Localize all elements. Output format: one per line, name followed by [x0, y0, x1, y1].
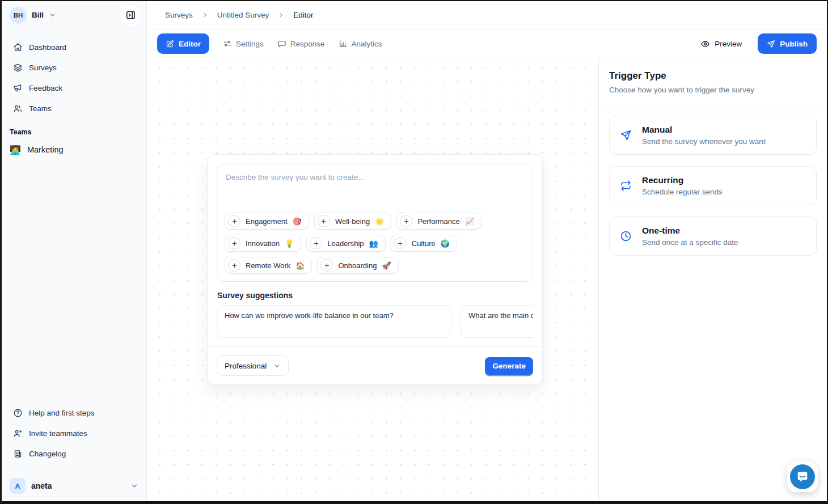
chat-launcher-button[interactable] — [790, 464, 815, 489]
option-title: Manual — [642, 125, 766, 135]
tone-select[interactable]: Professional — [217, 355, 289, 376]
sidebar-item-label: Feedback — [29, 84, 62, 92]
main-area: Surveys Untitled Survey Editor Editor — [147, 1, 827, 501]
plus-circle-icon[interactable] — [318, 215, 330, 227]
composer-footer: Professional Generate — [208, 346, 542, 384]
spacer — [2, 160, 146, 397]
chip-engagement[interactable]: Engagement 🎯 — [225, 213, 309, 230]
toolbar-actions: Preview Publish — [697, 33, 817, 54]
option-description: Send once at a specific date — [642, 238, 738, 247]
editor-toolbar: Editor Settings Response Analytics — [147, 29, 827, 58]
sidebar-item-teams[interactable]: Teams — [7, 99, 141, 118]
sliders-icon — [223, 39, 232, 48]
option-text: Recurring Schedule regular sends — [642, 175, 723, 196]
chat-bubble-smile-icon — [796, 470, 809, 484]
chip-label: Culture — [412, 239, 436, 248]
sidebar-item-label: Help and first steps — [29, 409, 95, 417]
chip-leadership[interactable]: Leadership 👥 — [306, 235, 386, 252]
tab-editor[interactable]: Editor — [157, 33, 209, 54]
breadcrumb: Surveys Untitled Survey Editor — [147, 1, 827, 29]
tab-label: Editor — [179, 40, 201, 48]
breadcrumb-untitled-survey[interactable]: Untitled Survey — [217, 11, 269, 19]
topic-chips: Engagement 🎯 Well-being 🌟 Performance — [225, 213, 525, 274]
chat-launcher-container — [787, 461, 818, 492]
chip-emoji: 🚀 — [382, 261, 391, 270]
editor-canvas[interactable]: Engagement 🎯 Well-being 🌟 Performance — [147, 58, 599, 501]
plus-circle-icon[interactable] — [320, 259, 333, 272]
plus-circle-icon[interactable] — [400, 215, 412, 227]
preview-button[interactable]: Preview — [697, 39, 745, 49]
suggestion-card[interactable]: How can we improve work-life balance in … — [217, 305, 451, 338]
publish-button[interactable]: Publish — [758, 33, 817, 54]
chip-onboarding[interactable]: Onboarding 🚀 — [317, 257, 398, 274]
suggestions-row: How can we improve work-life balance in … — [217, 305, 533, 338]
sidebar-item-team-marketing[interactable]: 🧑‍💻 Marketing — [2, 139, 146, 160]
team-label: Marketing — [27, 145, 64, 154]
sidebar-item-help[interactable]: Help and first steps — [7, 403, 141, 422]
sidebar-item-changelog[interactable]: Changelog — [7, 444, 141, 463]
plus-circle-icon[interactable] — [228, 259, 240, 272]
content: Engagement 🎯 Well-being 🌟 Performance — [147, 58, 827, 501]
sidebar-item-label: Changelog — [29, 450, 66, 458]
chevron-right-icon — [201, 11, 209, 19]
tone-selected-value: Professional — [225, 362, 267, 370]
chip-label: Leadership — [327, 239, 364, 248]
option-description: Schedule regular sends — [642, 188, 723, 196]
suggestions-title: Survey suggestions — [217, 291, 533, 300]
users-icon — [13, 104, 23, 113]
plus-circle-icon[interactable] — [228, 215, 240, 227]
chip-label: Onboarding — [338, 261, 377, 270]
layers-icon — [13, 63, 23, 73]
chip-label: Remote Work — [246, 261, 290, 270]
repeat-icon — [620, 180, 632, 192]
sidebar-item-dashboard[interactable]: Dashboard — [7, 37, 141, 57]
chip-remote-work[interactable]: Remote Work 🏠 — [225, 257, 312, 274]
generate-button[interactable]: Generate — [485, 357, 533, 375]
tab-analytics[interactable]: Analytics — [339, 39, 382, 48]
preview-label: Preview — [715, 40, 742, 48]
tab-response[interactable]: Response — [277, 39, 325, 48]
chip-emoji: 🏠 — [295, 261, 305, 270]
chip-innovation[interactable]: Innovation 💡 — [225, 235, 301, 252]
sidebar-item-surveys[interactable]: Surveys — [7, 58, 141, 77]
chip-well-being[interactable]: Well-being 🌟 — [314, 213, 391, 230]
sidebar-nav: Dashboard Surveys Feedback Teams — [2, 29, 146, 120]
bar-chart-icon — [339, 39, 348, 48]
chip-emoji: 📈 — [465, 217, 474, 226]
sidebar-item-feedback[interactable]: Feedback — [7, 78, 141, 98]
trigger-option-one-time[interactable]: One-time Send once at a specific date — [609, 217, 817, 256]
breadcrumb-surveys[interactable]: Surveys — [165, 11, 193, 19]
paper-plane-icon — [620, 129, 632, 141]
panel-toggle-icon — [125, 10, 136, 20]
prompt-box: Engagement 🎯 Well-being 🌟 Performance — [217, 164, 533, 282]
sidebar: BH Bill Dashboard — [2, 1, 147, 501]
chevron-down-icon — [273, 362, 281, 370]
sidebar-item-invite[interactable]: Invite teammates — [7, 423, 141, 443]
trigger-type-panel: Trigger Type Choose how you want to trig… — [599, 58, 827, 501]
sidebar-footer: Help and first steps Invite teammates Ch… — [2, 397, 146, 465]
workspace-switcher[interactable]: BH Bill — [2, 1, 146, 29]
breadcrumb-editor: Editor — [293, 11, 313, 19]
tab-settings[interactable]: Settings — [223, 39, 264, 48]
chevron-down-icon — [130, 482, 138, 490]
option-text: One-time Send once at a specific date — [642, 226, 738, 247]
plus-circle-icon[interactable] — [228, 237, 240, 249]
chip-emoji: 🎯 — [293, 217, 302, 226]
survey-composer-card: Engagement 🎯 Well-being 🌟 Performance — [207, 154, 543, 385]
chip-culture[interactable]: Culture 🌍 — [391, 235, 457, 252]
plus-circle-icon[interactable] — [310, 237, 322, 249]
chip-label: Innovation — [246, 239, 280, 248]
trigger-option-recurring[interactable]: Recurring Schedule regular sends — [609, 166, 817, 205]
chip-performance[interactable]: Performance 📈 — [396, 213, 481, 230]
panel-subtitle: Choose how you want to trigger the surve… — [609, 86, 817, 94]
suggestion-card[interactable]: What are the main ob — [461, 305, 533, 338]
survey-description-input[interactable] — [225, 172, 525, 209]
chip-emoji: 💡 — [285, 239, 294, 248]
trigger-options: Manual Send the survey whenever you want… — [599, 104, 827, 267]
chip-label: Performance — [417, 217, 459, 226]
collapse-sidebar-button[interactable] — [120, 5, 141, 26]
user-menu[interactable]: A aneta — [2, 470, 146, 501]
trigger-option-manual[interactable]: Manual Send the survey whenever you want — [609, 116, 817, 155]
plus-circle-icon[interactable] — [394, 237, 407, 249]
sidebar-item-label: Teams — [29, 104, 52, 113]
